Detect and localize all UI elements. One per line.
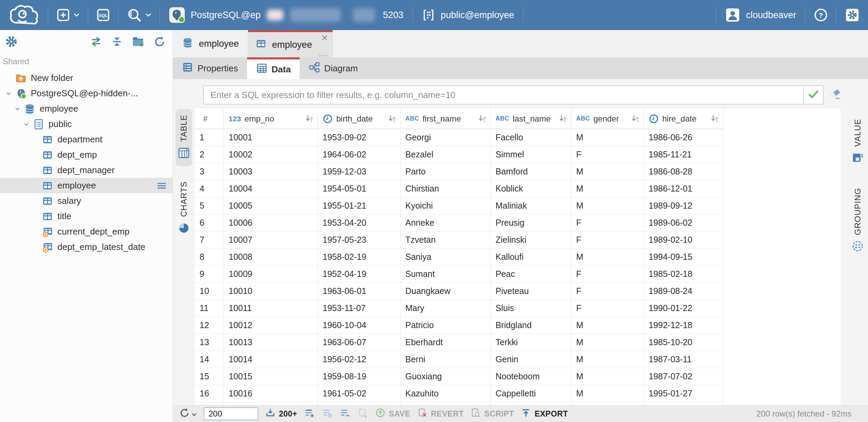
grid-cell[interactable]: M	[571, 317, 644, 334]
grid-cell[interactable]: Kazuhito	[401, 385, 491, 402]
grid-cell[interactable]: Kalloufi	[491, 249, 571, 265]
grid-cell[interactable]: 1990-01-22	[644, 300, 723, 316]
grid-cell[interactable]: 1956-02-12	[318, 351, 401, 368]
sort-icon[interactable]	[559, 114, 568, 124]
column-header[interactable]: ABC first_name	[401, 109, 491, 129]
grid-cell[interactable]: Bezalel	[401, 146, 491, 163]
grid-cell[interactable]: 1955-01-21	[318, 197, 401, 214]
grid-cell[interactable]: 1986-12-01	[644, 180, 723, 197]
menu-icon[interactable]	[155, 180, 168, 192]
grid-cell[interactable]: 10004	[224, 180, 318, 197]
grid-cell[interactable]: Mary	[401, 300, 491, 316]
grid-cell[interactable]: 1953-04-20	[318, 214, 401, 231]
refresh-icon[interactable]	[153, 36, 166, 49]
grid-cell[interactable]: M	[571, 385, 644, 402]
grid-cell[interactable]: Patricio	[401, 317, 491, 334]
grid-cell[interactable]: Simmel	[491, 146, 571, 163]
link-editor-icon[interactable]	[90, 36, 102, 49]
row-number-cell[interactable]: 3	[195, 163, 224, 180]
row-number-cell[interactable]: 13	[195, 334, 224, 351]
help-button[interactable]: ?	[805, 0, 836, 30]
grid-cell[interactable]	[571, 402, 644, 405]
grid-cell[interactable]: 10007	[224, 231, 318, 248]
grid-cell[interactable]: 1957-05-23	[318, 231, 401, 248]
grid-cell[interactable]: 10003	[224, 163, 318, 180]
export-button[interactable]: EXPORT	[521, 408, 568, 420]
save-button[interactable]: SAVE	[375, 408, 410, 420]
grid-cell[interactable]: 10006	[224, 214, 318, 231]
fetch-more-button[interactable]: 200+	[265, 408, 297, 420]
row-number-cell[interactable]: 5	[195, 197, 224, 214]
row-number-cell[interactable]: 7	[195, 231, 224, 248]
row-number-cell[interactable]: 8	[195, 249, 224, 265]
sql-filter-input[interactable]	[204, 86, 803, 104]
grid-cell[interactable]	[318, 402, 401, 405]
grid-cell[interactable]: 1985-10-20	[644, 334, 723, 351]
grid-cell[interactable]: 10010	[224, 283, 318, 299]
grid-cell[interactable]: 10008	[224, 249, 318, 265]
tree-chevron-icon[interactable]	[12, 106, 23, 112]
grid-cell[interactable]: Peac	[491, 266, 571, 282]
row-number-cell[interactable]: 16	[195, 385, 224, 402]
grid-cell[interactable]: F	[571, 214, 644, 231]
close-icon[interactable]: ×	[321, 32, 328, 43]
grid-cell[interactable]: M	[571, 368, 644, 385]
presentation-tab[interactable]: TABLE	[176, 109, 192, 166]
row-number-cell[interactable]: 6	[195, 214, 224, 231]
grid-cell[interactable]: F	[571, 283, 644, 299]
row-number-cell[interactable]: 11	[195, 300, 224, 316]
tree-item[interactable]: dept_emp	[0, 147, 173, 163]
panel-tab[interactable]: VALUE	[850, 113, 866, 171]
grid-cell[interactable]: 10011	[224, 300, 318, 316]
grid-cell[interactable]: Georgi	[401, 129, 491, 146]
row-number-cell[interactable]: 1	[195, 129, 224, 146]
tree-item[interactable]: title	[0, 209, 173, 224]
revert-button[interactable]: REVERT	[417, 408, 464, 420]
grid-cell[interactable]: Parto	[401, 163, 491, 180]
user-menu[interactable]: cloudbeaver	[716, 0, 805, 30]
tree-item[interactable]: New folder	[0, 70, 173, 86]
subtab[interactable]: Data	[247, 57, 300, 79]
grid-cell[interactable]: Kyoichi	[401, 197, 491, 214]
grid-cell[interactable]: Cappelletti	[491, 385, 571, 402]
grid-cell[interactable]: M	[571, 249, 644, 265]
new-connection-button[interactable]	[48, 0, 88, 30]
grid-cell[interactable]: Anneke	[401, 214, 491, 231]
grid-cell[interactable]: M	[571, 334, 644, 351]
subtab[interactable]: Diagram	[300, 57, 367, 79]
sort-icon[interactable]	[388, 114, 397, 124]
grid-cell[interactable]: 1989-08-24	[644, 283, 723, 299]
grid-cell[interactable]: 1953-09-02	[318, 129, 401, 146]
grid-cell[interactable]: Facello	[491, 129, 571, 146]
column-header[interactable]: birth_date	[318, 109, 401, 129]
grid-cell[interactable]: 10014	[224, 351, 318, 368]
grid-cell[interactable]: 1992-12-18	[644, 317, 723, 334]
row-number-cell[interactable]: 10	[195, 283, 224, 299]
add-row-button[interactable]	[304, 407, 315, 420]
grid-cell[interactable]: Koblick	[491, 180, 571, 197]
settings-button[interactable]	[837, 0, 868, 30]
apply-filter-button[interactable]	[803, 86, 823, 104]
grid-cell[interactable]: 1995-01-27	[644, 385, 723, 402]
grid-cell[interactable]: 1986-08-28	[644, 163, 723, 180]
copy-result-button[interactable]	[357, 407, 368, 420]
refresh-result-button[interactable]	[179, 407, 197, 420]
grid-cell[interactable]: 10009	[224, 266, 318, 282]
grid-cell[interactable]: Preusig	[491, 214, 571, 231]
grid-cell[interactable]: 1952-04-19	[318, 266, 401, 282]
grid-cell[interactable]: Duangkaew	[401, 283, 491, 299]
grid-cell[interactable]: F	[571, 231, 644, 248]
tree-item[interactable]: employee	[0, 101, 173, 116]
caret-white-icon[interactable]	[73, 13, 80, 17]
grid-cell[interactable]: 1989-02-10	[644, 231, 723, 248]
grid-cell[interactable]: Chirstian	[401, 180, 491, 197]
tab-employee-table[interactable]: employee × …	[248, 30, 333, 57]
tree-item[interactable]: dept_emp_latest_date	[0, 239, 173, 255]
grid-cell[interactable]: Saniya	[401, 249, 491, 265]
duplicate-row-button[interactable]	[322, 407, 333, 420]
grid-cell[interactable]: 1989-09-12	[644, 197, 723, 214]
grid-cell[interactable]: 1987-07-02	[644, 368, 723, 385]
column-header[interactable]: ABC gender	[571, 109, 644, 129]
clear-filter-button[interactable]	[829, 88, 841, 102]
grid-cell[interactable]: Bamford	[491, 163, 571, 180]
